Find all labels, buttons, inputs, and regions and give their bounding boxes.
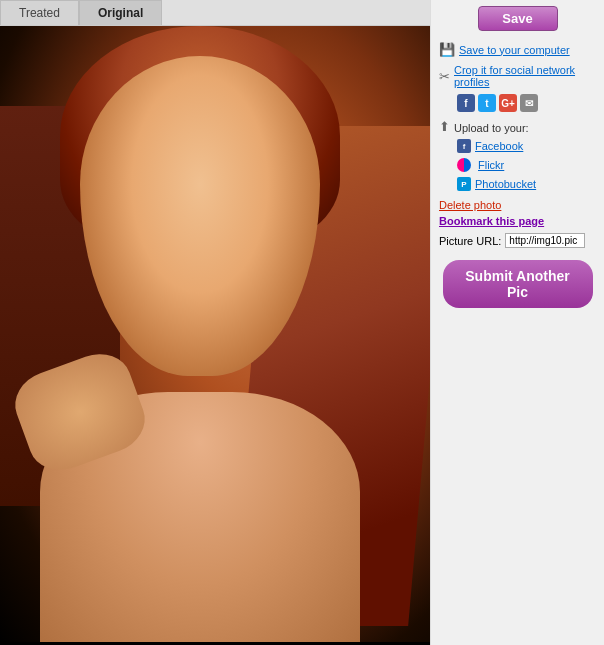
facebook-share-icon[interactable]: f bbox=[457, 94, 475, 112]
upload-label: Upload to your: bbox=[454, 122, 529, 134]
picture-url-row: Picture URL: bbox=[439, 233, 596, 248]
content-area: Treated Original Save 💾 Save to your com bbox=[0, 0, 604, 645]
save-to-computer-link[interactable]: Save to your computer bbox=[459, 44, 570, 56]
photobucket-upload-link[interactable]: Photobucket bbox=[475, 178, 536, 190]
bookmark-row: Bookmark this page bbox=[439, 215, 596, 227]
photobucket-service-icon: P bbox=[457, 177, 471, 191]
facebook-service-icon: f bbox=[457, 139, 471, 153]
email-share-icon[interactable]: ✉ bbox=[520, 94, 538, 112]
tab-original[interactable]: Original bbox=[79, 0, 162, 25]
crop-link[interactable]: Crop it for social network profiles bbox=[454, 64, 596, 88]
main-container: Treated Original Save 💾 Save to your com bbox=[0, 0, 604, 645]
crop-row: ✂ Crop it for social network profiles bbox=[439, 64, 596, 88]
google-share-icon[interactable]: G+ bbox=[499, 94, 517, 112]
picture-url-label: Picture URL: bbox=[439, 235, 501, 247]
flickr-upload-link[interactable]: Flickr bbox=[478, 159, 504, 171]
upload-icon: ⬆ bbox=[439, 119, 450, 134]
facebook-upload-link[interactable]: Facebook bbox=[475, 140, 523, 152]
delete-link[interactable]: Delete photo bbox=[439, 199, 596, 211]
bookmark-link[interactable]: Bookmark this page bbox=[439, 215, 596, 227]
upload-label-row: ⬆ Upload to your: bbox=[439, 119, 596, 134]
photobucket-upload-row: P Photobucket bbox=[457, 177, 596, 191]
sidebar: Save 💾 Save to your computer ✂ Crop it f… bbox=[430, 0, 604, 645]
save-to-computer-row: 💾 Save to your computer bbox=[439, 42, 596, 57]
facebook-upload-row: f Facebook bbox=[457, 139, 596, 153]
photo-area bbox=[0, 26, 430, 642]
image-panel: Treated Original bbox=[0, 0, 430, 645]
delete-row: Delete photo bbox=[439, 199, 596, 211]
crop-icon: ✂ bbox=[439, 69, 450, 84]
social-icons-row: f t G+ ✉ bbox=[457, 94, 596, 112]
tab-treated[interactable]: Treated bbox=[0, 0, 79, 25]
save-icon: 💾 bbox=[439, 42, 455, 57]
flickr-service-icon bbox=[457, 158, 471, 172]
flickr-upload-row: Flickr bbox=[457, 158, 596, 172]
submit-another-button[interactable]: Submit Another Pic bbox=[443, 260, 593, 308]
save-button[interactable]: Save bbox=[478, 6, 558, 31]
tabs-bar: Treated Original bbox=[0, 0, 430, 26]
twitter-share-icon[interactable]: t bbox=[478, 94, 496, 112]
picture-url-input[interactable] bbox=[505, 233, 585, 248]
